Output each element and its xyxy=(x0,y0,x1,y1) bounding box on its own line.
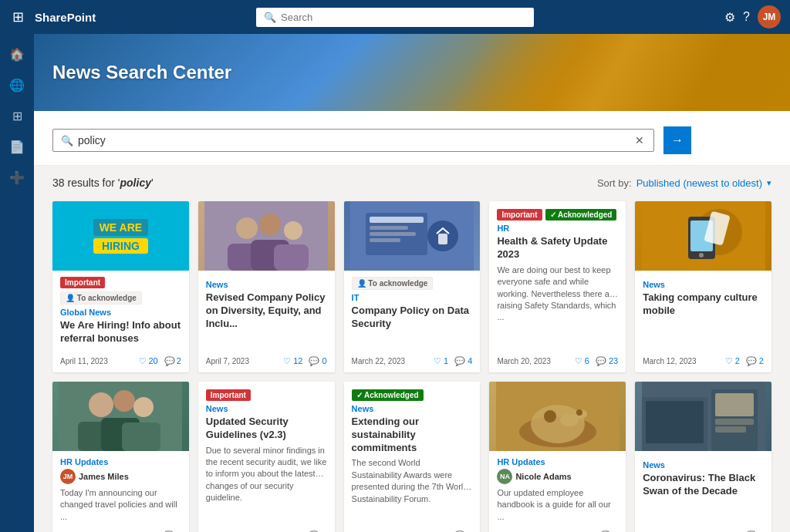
card-health-safety-category: HR xyxy=(497,224,618,233)
sort-label: Sort by: xyxy=(597,177,632,189)
card-health-safety-title: Health & Safety Update 2023 xyxy=(497,235,618,261)
svg-rect-27 xyxy=(122,423,160,451)
svg-point-24 xyxy=(133,397,154,417)
card-data-security-tags: 👤 To acknowledge xyxy=(352,277,473,290)
card-diversity-likes[interactable]: ♡ 12 xyxy=(283,356,302,366)
card-data-security-footer: March 22, 2023 ♡ 1 💬 4 xyxy=(344,353,481,372)
user-avatar[interactable]: JM xyxy=(758,5,781,29)
card-taking-company-category: News xyxy=(643,280,764,289)
search-go-button[interactable]: → xyxy=(663,126,691,154)
search-box-icon: 🔍 xyxy=(61,135,73,146)
card-hiring-comments[interactable]: 💬 2 xyxy=(164,356,181,366)
sidebar-home-icon[interactable]: 🏠 xyxy=(3,40,31,68)
card-diversity-title: Revised Company Policy on Diversity, Equ… xyxy=(206,291,327,331)
card-diversity-date: April 7, 2023 xyxy=(206,357,249,365)
card-black-swan-body: News Coronavirus: The Black Swan of the … xyxy=(635,451,771,527)
card-diversity-footer: April 7, 2023 ♡ 12 💬 0 xyxy=(198,353,335,372)
card-health-safety-comments[interactable]: 💬 23 xyxy=(596,356,618,366)
top-navigation: ⊞ SharePoint 🔍 ⚙ ? JM xyxy=(0,0,790,34)
tag-health-important: Important xyxy=(497,209,542,221)
card-health-safety-tags: Important ✓ Acknowledged xyxy=(497,209,618,221)
cards-row-2: HR Updates JM James Miles Today I'm anno… xyxy=(52,382,771,532)
sidebar-add-icon[interactable]: ➕ xyxy=(3,163,31,191)
svg-rect-38 xyxy=(715,419,754,425)
card-security-guidelines-category: News xyxy=(206,404,327,413)
sort-by-control: Sort by: Published (newest to oldest) ▾ xyxy=(597,177,771,189)
card-diversity-actions: ♡ 12 💬 0 xyxy=(283,356,326,366)
left-sidebar: 🏠 🌐 ⊞ 📄 ➕ xyxy=(0,34,34,532)
tag-health-acknowledged: ✓ Acknowledged xyxy=(545,209,617,221)
svg-rect-10 xyxy=(370,226,408,230)
svg-rect-39 xyxy=(715,426,746,433)
content-search-box: 🔍 ✕ xyxy=(52,129,654,152)
tag-important: Important xyxy=(60,277,105,288)
card-travel[interactable]: HR Updates JM James Miles Today I'm anno… xyxy=(52,382,189,532)
card-health-safety-footer: March 20, 2023 ♡ 6 💬 23 xyxy=(489,353,626,372)
help-icon[interactable]: ? xyxy=(743,10,750,24)
card-data-security-actions: ♡ 1 💬 4 xyxy=(434,356,472,366)
card-security-guidelines-excerpt: Due to several minor findings in the rec… xyxy=(206,445,327,523)
card-health-safety-body: Important ✓ Acknowledged HR Health & Saf… xyxy=(489,201,626,353)
card-handbook-image xyxy=(489,382,626,451)
card-security-guidelines-body: Important News Updated Security Guidelin… xyxy=(198,382,335,527)
content-search-input[interactable] xyxy=(78,134,629,146)
card-taking-company[interactable]: News Taking company culture mobile March… xyxy=(635,201,771,372)
results-count: 38 results for 'policy' xyxy=(52,177,154,189)
card-black-swan[interactable]: News Coronavirus: The Black Swan of the … xyxy=(635,382,771,532)
card-travel-avatar: JM xyxy=(60,469,76,484)
svg-point-31 xyxy=(544,410,556,423)
card-health-safety-excerpt: We are doing our best to keep everyone s… xyxy=(497,264,618,348)
card-travel-body: HR Updates JM James Miles Today I'm anno… xyxy=(52,451,189,527)
global-search-bar: 🔍 xyxy=(256,8,534,27)
waffle-icon[interactable]: ⊞ xyxy=(9,5,27,29)
svg-point-34 xyxy=(576,409,582,416)
card-hiring-date: April 11, 2023 xyxy=(60,357,108,365)
card-taking-company-title: Taking company culture mobile xyxy=(643,291,764,318)
tag-sustainability-acknowledged: ✓ Acknowledged xyxy=(352,389,424,401)
card-hiring-likes[interactable]: ♡ 20 xyxy=(139,356,157,366)
card-security-guidelines-tags: Important xyxy=(206,389,327,401)
card-taking-company-likes[interactable]: ♡ 2 xyxy=(725,356,740,366)
svg-rect-9 xyxy=(370,217,424,223)
card-security-guidelines[interactable]: Important News Updated Security Guidelin… xyxy=(198,382,335,532)
card-hiring-tags: Important 👤 To acknowledge xyxy=(60,277,181,305)
svg-point-22 xyxy=(89,392,113,417)
card-diversity[interactable]: News Revised Company Policy on Diversity… xyxy=(198,201,335,372)
card-hiring-body: Important 👤 To acknowledge Global News W… xyxy=(52,271,189,353)
card-taking-company-image xyxy=(635,201,771,271)
card-sustainability-excerpt: The second World Sustainability Awards w… xyxy=(352,457,473,523)
svg-point-3 xyxy=(284,221,302,240)
card-taking-company-comments[interactable]: 💬 2 xyxy=(746,356,764,366)
card-health-safety-actions: ♡ 6 💬 23 xyxy=(575,356,618,366)
svg-rect-41 xyxy=(646,401,704,443)
settings-icon[interactable]: ⚙ xyxy=(724,10,735,25)
card-sustainability[interactable]: ✓ Acknowledged News Extending our sustai… xyxy=(344,382,481,532)
card-taking-company-date: March 12, 2023 xyxy=(643,357,697,365)
card-security-guidelines-footer: February 30, 2023 ♡ 8 💬 4 xyxy=(198,527,335,532)
card-data-security-likes[interactable]: ♡ 1 xyxy=(434,356,448,366)
sidebar-grid-icon[interactable]: ⊞ xyxy=(3,102,31,130)
sidebar-globe-icon[interactable]: 🌐 xyxy=(3,71,31,99)
card-diversity-comments[interactable]: 💬 0 xyxy=(309,356,326,366)
card-data-security[interactable]: 👤 To acknowledge IT Company Policy on Da… xyxy=(344,201,481,372)
clear-search-button[interactable]: ✕ xyxy=(633,134,646,146)
global-search-input[interactable] xyxy=(281,12,526,23)
svg-point-19 xyxy=(699,253,704,258)
sort-dropdown[interactable]: Published (newest to oldest) xyxy=(636,177,762,189)
card-data-security-image xyxy=(344,201,481,271)
card-sustainability-title: Extending our sustainability commitments xyxy=(352,416,473,455)
card-data-security-comments[interactable]: 💬 4 xyxy=(454,356,472,366)
card-travel-image xyxy=(52,382,189,451)
card-data-security-title: Company Policy on Data Security xyxy=(352,305,473,331)
sort-chevron-icon[interactable]: ▾ xyxy=(767,178,771,188)
page-title: News Search Center xyxy=(52,62,231,83)
sidebar-file-icon[interactable]: 📄 xyxy=(3,133,31,160)
card-data-security-date: March 22, 2023 xyxy=(352,357,406,365)
card-handbook[interactable]: HR Updates NA Nicole Adams Our updated e… xyxy=(489,382,626,532)
search-section: 🔍 ✕ → xyxy=(34,111,790,166)
card-diversity-image xyxy=(198,201,335,271)
card-hiring[interactable]: WE ARE HIRING Important 👤 To acknowledge… xyxy=(52,201,189,372)
card-health-safety-likes[interactable]: ♡ 6 xyxy=(575,356,589,366)
svg-rect-14 xyxy=(438,234,447,244)
card-health-safety[interactable]: Important ✓ Acknowledged HR Health & Saf… xyxy=(489,201,626,372)
